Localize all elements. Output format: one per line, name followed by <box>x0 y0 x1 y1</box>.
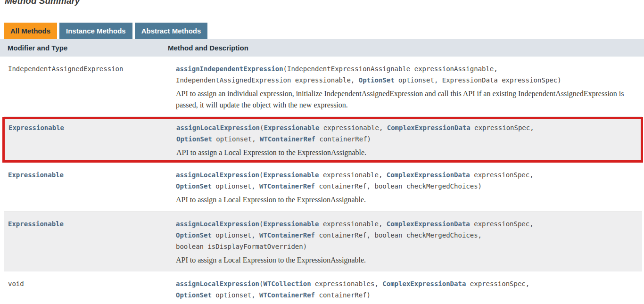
table-row: ExpressionableassignLocalExpression(Expr… <box>4 163 642 212</box>
method-description: API to assign a Local Expression to the … <box>176 255 638 266</box>
signature-text: optionset, <box>212 231 259 239</box>
method-and-description-cell: assignLocalExpression(Expressionable exp… <box>176 122 641 160</box>
signature-text: expressionable, <box>319 220 386 228</box>
signature-text: expressionSpec, <box>470 220 534 228</box>
method-description: API to assign a Local Expression to the … <box>176 147 637 158</box>
table-header-row: Modifier and Type Method and Description <box>0 39 644 57</box>
class-link[interactable]: ComplexExpressionData <box>387 124 471 131</box>
method-link[interactable]: assignLocalExpression <box>176 171 259 179</box>
signature-text: expressionSpec, <box>471 124 534 131</box>
method-description: API to assign a Local Expression to the … <box>176 194 638 205</box>
signature-text: expressionSpec, <box>466 280 529 288</box>
modifier-and-type-cell: Expressionable <box>4 169 176 209</box>
table-row: ExpressionableassignLocalExpression(Expr… <box>4 212 642 271</box>
page-title: Method Summary <box>5 0 644 6</box>
class-link[interactable]: WTContainerRef <box>259 291 315 299</box>
method-description: API to assign an individual expression, … <box>176 88 638 111</box>
table-row-highlighted: ExpressionableassignLocalExpression(Expr… <box>2 117 643 163</box>
signature-text: containerRef) <box>315 135 371 143</box>
class-link[interactable]: WTContainerRef <box>259 182 315 190</box>
method-and-description-cell: assignLocalExpression(Expressionable exp… <box>176 218 642 270</box>
signature-text: optionset, <box>212 182 259 190</box>
class-link[interactable]: OptionSet <box>176 291 212 299</box>
method-signature-line: assignLocalExpression(Expressionable exp… <box>176 169 638 181</box>
class-link[interactable]: OptionSet <box>176 182 212 190</box>
method-signature-line: assignLocalExpression(Expressionable exp… <box>176 218 638 230</box>
method-and-description-cell: assignIndependentExpression(IndependentE… <box>176 63 642 115</box>
tab-abstract-methods[interactable]: Abstract Methods <box>135 23 208 39</box>
method-link[interactable]: assignLocalExpression <box>176 124 260 131</box>
signature-text: boolean isDisplayFormatOverriden) <box>176 243 307 250</box>
table-row: voidassignLocalExpression(WTCollection e… <box>4 271 642 304</box>
modifier-and-type-cell: Expressionable <box>4 218 176 270</box>
class-link[interactable]: ComplexExpressionData <box>387 220 470 228</box>
class-link[interactable]: WTContainerRef <box>260 135 315 143</box>
method-signature-line: assignLocalExpression(Expressionable exp… <box>176 122 637 133</box>
javadoc-page: Method Summary All Methods Instance Meth… <box>0 0 644 304</box>
tab-instance-methods[interactable]: Instance Methods <box>59 23 132 39</box>
signature-text: containerRef, boolean checkMergedChoices… <box>315 182 482 190</box>
method-signature-line: assignIndependentExpression(IndependentE… <box>176 63 638 74</box>
return-type-text: IndependentAssignedExpression <box>8 65 123 73</box>
class-link[interactable]: ComplexExpressionData <box>382 280 466 288</box>
class-link[interactable]: WTContainerRef <box>259 231 315 239</box>
return-type-link[interactable]: Expressionable <box>8 220 64 228</box>
class-link[interactable]: OptionSet <box>176 231 212 239</box>
signature-text: containerRef, boolean checkMergedChoices… <box>315 231 482 239</box>
method-signature-line: OptionSet optionset, WTContainerRef cont… <box>176 230 638 241</box>
column-header-modifier-and-type: Modifier and Type <box>0 44 168 52</box>
modifier-and-type-cell: Expressionable <box>5 122 176 160</box>
return-type-text: void <box>8 280 24 288</box>
class-link[interactable]: OptionSet <box>359 76 395 84</box>
signature-text: containerRef) <box>315 291 371 299</box>
method-signature-line: assignLocalExpression(WTCollection expre… <box>176 278 638 289</box>
tab-all-methods[interactable]: All Methods <box>4 23 57 39</box>
method-signature-line: OptionSet optionset, WTContainerRef cont… <box>176 181 638 192</box>
signature-text: optionset, <box>212 291 259 299</box>
method-filter-tabs: All Methods Instance Methods Abstract Me… <box>4 23 644 39</box>
class-link[interactable]: WTCollection <box>263 280 311 288</box>
method-signature-line: OptionSet optionset, WTContainerRef cont… <box>176 289 638 301</box>
method-signature-line: OptionSet optionset, WTContainerRef cont… <box>176 133 637 145</box>
modifier-and-type-cell: IndependentAssignedExpression <box>4 63 176 115</box>
signature-text: optionset, ExpressionData expressionSpec… <box>395 76 561 84</box>
method-signature-line: IndependentAssignedExpression expression… <box>176 74 638 86</box>
method-link[interactable]: assignLocalExpression <box>176 220 259 228</box>
signature-text: expressionable, <box>319 124 387 131</box>
signature-text: IndependentAssignedExpression expression… <box>176 76 359 84</box>
class-link[interactable]: Expressionable <box>263 171 319 179</box>
signature-text: expressionSpec, <box>470 171 534 179</box>
table-row: IndependentAssignedExpressionassignIndep… <box>4 57 642 117</box>
class-link[interactable]: ComplexExpressionData <box>387 171 470 179</box>
method-signature-line: boolean isDisplayFormatOverriden) <box>176 241 638 252</box>
column-header-method-and-description: Method and Description <box>168 44 644 52</box>
class-link[interactable]: OptionSet <box>176 135 212 143</box>
method-link[interactable]: assignIndependentExpression <box>176 65 283 73</box>
signature-text: (IndependentExpressionAssignable express… <box>283 65 498 73</box>
method-and-description-cell: assignLocalExpression(WTCollection expre… <box>176 278 642 304</box>
class-link[interactable]: Expressionable <box>263 220 319 228</box>
signature-text: optionset, <box>212 135 260 143</box>
class-link[interactable]: Expressionable <box>264 124 319 131</box>
signature-text: expressionable, <box>319 171 386 179</box>
signature-text: expressionables, <box>311 280 383 288</box>
method-link[interactable]: assignLocalExpression <box>176 280 259 288</box>
method-and-description-cell: assignLocalExpression(Expressionable exp… <box>176 169 642 209</box>
method-summary-table-body: IndependentAssignedExpressionassignIndep… <box>4 57 642 304</box>
modifier-and-type-cell: void <box>4 278 176 304</box>
return-type-link[interactable]: Expressionable <box>8 124 64 131</box>
return-type-link[interactable]: Expressionable <box>8 171 64 179</box>
